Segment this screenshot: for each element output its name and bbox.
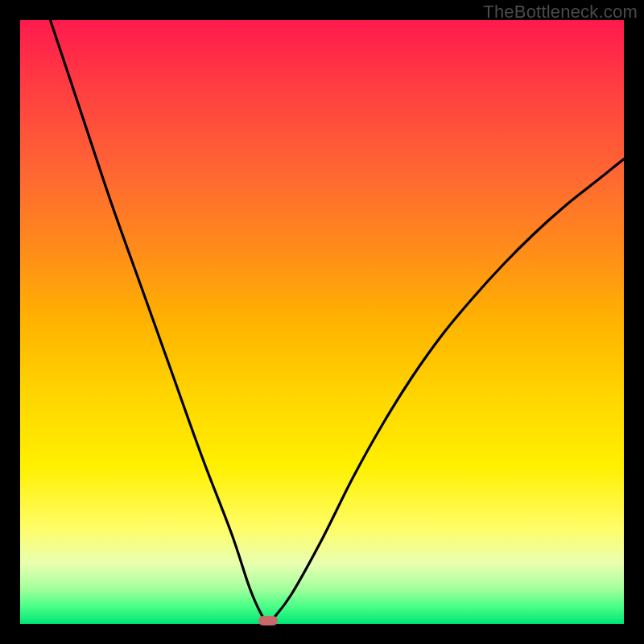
minimum-marker — [258, 616, 278, 625]
watermark-text: TheBottleneck.com — [483, 2, 638, 23]
chart-frame — [20, 20, 624, 624]
bottleneck-curve — [51, 20, 625, 621]
curve-svg — [20, 20, 624, 624]
